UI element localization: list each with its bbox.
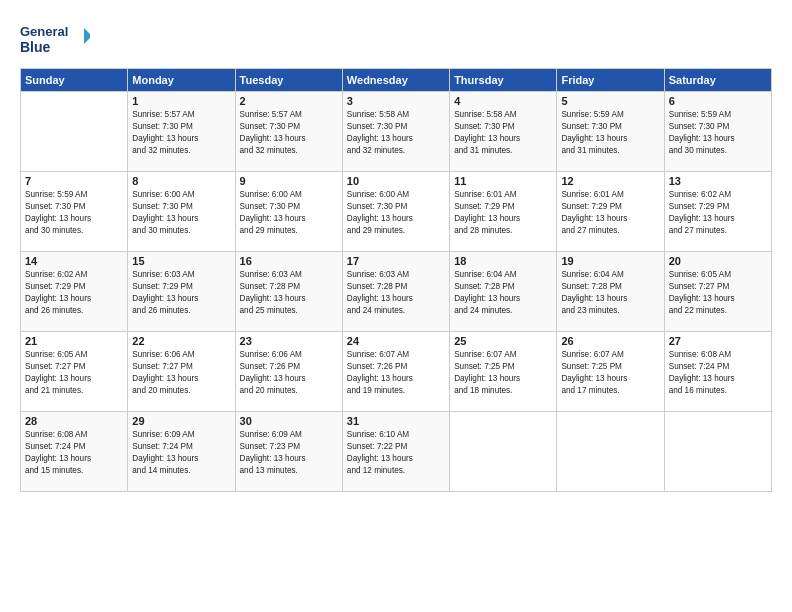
cell-info: Sunrise: 5:57 AMSunset: 7:30 PMDaylight:…: [132, 109, 230, 157]
week-row-5: 28Sunrise: 6:08 AMSunset: 7:24 PMDayligh…: [21, 412, 772, 492]
day-number: 24: [347, 335, 445, 347]
week-row-3: 14Sunrise: 6:02 AMSunset: 7:29 PMDayligh…: [21, 252, 772, 332]
cell-info: Sunrise: 6:05 AMSunset: 7:27 PMDaylight:…: [25, 349, 123, 397]
cell-info: Sunrise: 6:07 AMSunset: 7:26 PMDaylight:…: [347, 349, 445, 397]
calendar-cell: 22Sunrise: 6:06 AMSunset: 7:27 PMDayligh…: [128, 332, 235, 412]
day-number: 30: [240, 415, 338, 427]
weekday-header-row: SundayMondayTuesdayWednesdayThursdayFrid…: [21, 69, 772, 92]
cell-info: Sunrise: 5:58 AMSunset: 7:30 PMDaylight:…: [347, 109, 445, 157]
calendar-cell: 25Sunrise: 6:07 AMSunset: 7:25 PMDayligh…: [450, 332, 557, 412]
calendar-cell: 10Sunrise: 6:00 AMSunset: 7:30 PMDayligh…: [342, 172, 449, 252]
cell-info: Sunrise: 5:58 AMSunset: 7:30 PMDaylight:…: [454, 109, 552, 157]
day-number: 27: [669, 335, 767, 347]
calendar-cell: 12Sunrise: 6:01 AMSunset: 7:29 PMDayligh…: [557, 172, 664, 252]
calendar-cell: 28Sunrise: 6:08 AMSunset: 7:24 PMDayligh…: [21, 412, 128, 492]
calendar-cell: 6Sunrise: 5:59 AMSunset: 7:30 PMDaylight…: [664, 92, 771, 172]
calendar-table: SundayMondayTuesdayWednesdayThursdayFrid…: [20, 68, 772, 492]
calendar-cell: 19Sunrise: 6:04 AMSunset: 7:28 PMDayligh…: [557, 252, 664, 332]
weekday-header-saturday: Saturday: [664, 69, 771, 92]
day-number: 3: [347, 95, 445, 107]
cell-info: Sunrise: 5:57 AMSunset: 7:30 PMDaylight:…: [240, 109, 338, 157]
day-number: 6: [669, 95, 767, 107]
cell-info: Sunrise: 6:01 AMSunset: 7:29 PMDaylight:…: [561, 189, 659, 237]
calendar-cell: [664, 412, 771, 492]
weekday-header-monday: Monday: [128, 69, 235, 92]
day-number: 29: [132, 415, 230, 427]
cell-info: Sunrise: 5:59 AMSunset: 7:30 PMDaylight:…: [561, 109, 659, 157]
calendar-cell: 13Sunrise: 6:02 AMSunset: 7:29 PMDayligh…: [664, 172, 771, 252]
weekday-header-wednesday: Wednesday: [342, 69, 449, 92]
cell-info: Sunrise: 6:09 AMSunset: 7:23 PMDaylight:…: [240, 429, 338, 477]
calendar-cell: 2Sunrise: 5:57 AMSunset: 7:30 PMDaylight…: [235, 92, 342, 172]
calendar-cell: 24Sunrise: 6:07 AMSunset: 7:26 PMDayligh…: [342, 332, 449, 412]
day-number: 28: [25, 415, 123, 427]
cell-info: Sunrise: 6:04 AMSunset: 7:28 PMDaylight:…: [561, 269, 659, 317]
calendar-cell: 14Sunrise: 6:02 AMSunset: 7:29 PMDayligh…: [21, 252, 128, 332]
day-number: 4: [454, 95, 552, 107]
logo: General Blue: [20, 18, 90, 58]
day-number: 13: [669, 175, 767, 187]
calendar-cell: 15Sunrise: 6:03 AMSunset: 7:29 PMDayligh…: [128, 252, 235, 332]
calendar-cell: 3Sunrise: 5:58 AMSunset: 7:30 PMDaylight…: [342, 92, 449, 172]
cell-info: Sunrise: 6:06 AMSunset: 7:27 PMDaylight:…: [132, 349, 230, 397]
cell-info: Sunrise: 6:08 AMSunset: 7:24 PMDaylight:…: [25, 429, 123, 477]
weekday-header-thursday: Thursday: [450, 69, 557, 92]
day-number: 25: [454, 335, 552, 347]
cell-info: Sunrise: 6:02 AMSunset: 7:29 PMDaylight:…: [669, 189, 767, 237]
cell-info: Sunrise: 6:08 AMSunset: 7:24 PMDaylight:…: [669, 349, 767, 397]
day-number: 10: [347, 175, 445, 187]
logo-svg: General Blue: [20, 18, 90, 58]
day-number: 1: [132, 95, 230, 107]
header: General Blue: [20, 18, 772, 58]
cell-info: Sunrise: 6:00 AMSunset: 7:30 PMDaylight:…: [132, 189, 230, 237]
day-number: 5: [561, 95, 659, 107]
calendar-cell: 1Sunrise: 5:57 AMSunset: 7:30 PMDaylight…: [128, 92, 235, 172]
calendar-cell: 5Sunrise: 5:59 AMSunset: 7:30 PMDaylight…: [557, 92, 664, 172]
day-number: 23: [240, 335, 338, 347]
day-number: 8: [132, 175, 230, 187]
calendar-cell: 9Sunrise: 6:00 AMSunset: 7:30 PMDaylight…: [235, 172, 342, 252]
cell-info: Sunrise: 6:07 AMSunset: 7:25 PMDaylight:…: [454, 349, 552, 397]
day-number: 31: [347, 415, 445, 427]
calendar-cell: [557, 412, 664, 492]
calendar-cell: 17Sunrise: 6:03 AMSunset: 7:28 PMDayligh…: [342, 252, 449, 332]
calendar-cell: 21Sunrise: 6:05 AMSunset: 7:27 PMDayligh…: [21, 332, 128, 412]
calendar-cell: 4Sunrise: 5:58 AMSunset: 7:30 PMDaylight…: [450, 92, 557, 172]
day-number: 9: [240, 175, 338, 187]
cell-info: Sunrise: 6:07 AMSunset: 7:25 PMDaylight:…: [561, 349, 659, 397]
svg-text:General: General: [20, 24, 68, 39]
day-number: 20: [669, 255, 767, 267]
day-number: 18: [454, 255, 552, 267]
cell-info: Sunrise: 5:59 AMSunset: 7:30 PMDaylight:…: [25, 189, 123, 237]
svg-marker-2: [84, 28, 90, 44]
calendar-cell: 11Sunrise: 6:01 AMSunset: 7:29 PMDayligh…: [450, 172, 557, 252]
day-number: 12: [561, 175, 659, 187]
cell-info: Sunrise: 6:10 AMSunset: 7:22 PMDaylight:…: [347, 429, 445, 477]
calendar-cell: 27Sunrise: 6:08 AMSunset: 7:24 PMDayligh…: [664, 332, 771, 412]
week-row-2: 7Sunrise: 5:59 AMSunset: 7:30 PMDaylight…: [21, 172, 772, 252]
day-number: 14: [25, 255, 123, 267]
day-number: 15: [132, 255, 230, 267]
weekday-header-friday: Friday: [557, 69, 664, 92]
calendar-cell: 26Sunrise: 6:07 AMSunset: 7:25 PMDayligh…: [557, 332, 664, 412]
day-number: 21: [25, 335, 123, 347]
calendar-cell: 8Sunrise: 6:00 AMSunset: 7:30 PMDaylight…: [128, 172, 235, 252]
day-number: 26: [561, 335, 659, 347]
calendar-cell: 7Sunrise: 5:59 AMSunset: 7:30 PMDaylight…: [21, 172, 128, 252]
weekday-header-tuesday: Tuesday: [235, 69, 342, 92]
calendar-cell: 20Sunrise: 6:05 AMSunset: 7:27 PMDayligh…: [664, 252, 771, 332]
day-number: 11: [454, 175, 552, 187]
day-number: 19: [561, 255, 659, 267]
cell-info: Sunrise: 5:59 AMSunset: 7:30 PMDaylight:…: [669, 109, 767, 157]
calendar-cell: 18Sunrise: 6:04 AMSunset: 7:28 PMDayligh…: [450, 252, 557, 332]
cell-info: Sunrise: 6:02 AMSunset: 7:29 PMDaylight:…: [25, 269, 123, 317]
week-row-1: 1Sunrise: 5:57 AMSunset: 7:30 PMDaylight…: [21, 92, 772, 172]
calendar-cell: 23Sunrise: 6:06 AMSunset: 7:26 PMDayligh…: [235, 332, 342, 412]
calendar-cell: [21, 92, 128, 172]
cell-info: Sunrise: 6:09 AMSunset: 7:24 PMDaylight:…: [132, 429, 230, 477]
cell-info: Sunrise: 6:01 AMSunset: 7:29 PMDaylight:…: [454, 189, 552, 237]
cell-info: Sunrise: 6:05 AMSunset: 7:27 PMDaylight:…: [669, 269, 767, 317]
cell-info: Sunrise: 6:06 AMSunset: 7:26 PMDaylight:…: [240, 349, 338, 397]
cell-info: Sunrise: 6:00 AMSunset: 7:30 PMDaylight:…: [240, 189, 338, 237]
day-number: 7: [25, 175, 123, 187]
